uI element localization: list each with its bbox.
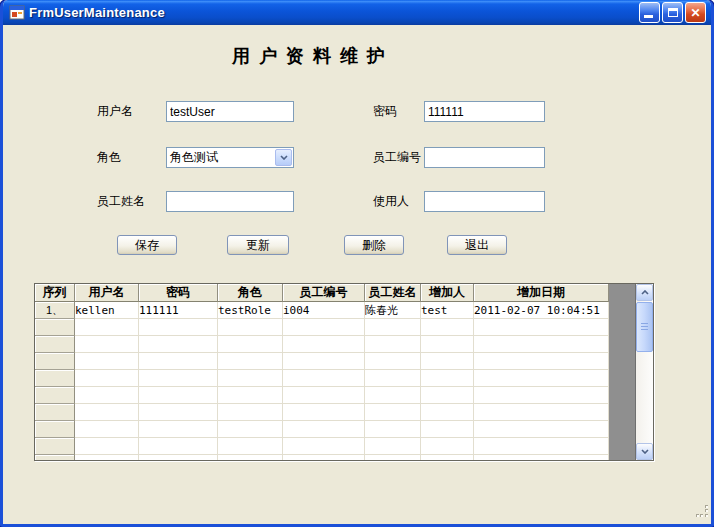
grid-row-header-cell[interactable]: 1、 xyxy=(35,302,75,319)
grid-row-header-cell[interactable] xyxy=(35,319,75,336)
scroll-up-button[interactable] xyxy=(636,284,653,301)
grid-cell[interactable] xyxy=(75,336,139,353)
grid-cell[interactable] xyxy=(365,336,421,353)
grid-cell[interactable] xyxy=(218,404,283,421)
delete-button[interactable]: 删除 xyxy=(344,235,404,255)
grid-cell[interactable] xyxy=(474,336,609,353)
scroll-down-button[interactable] xyxy=(636,443,653,460)
titlebar[interactable]: FrmUserMaintenance ✕ xyxy=(3,0,711,25)
grid-cell[interactable] xyxy=(218,421,283,438)
chevron-down-icon[interactable] xyxy=(275,149,292,166)
grid-cell[interactable] xyxy=(421,353,474,370)
grid-cell[interactable]: 111111 xyxy=(139,302,218,319)
grid-cell[interactable] xyxy=(421,370,474,387)
grid-cell[interactable] xyxy=(421,438,474,455)
username-input[interactable] xyxy=(166,101,294,122)
grid-column-header[interactable]: 角色 xyxy=(218,284,283,302)
resize-grip-icon[interactable] xyxy=(696,504,709,522)
close-button[interactable]: ✕ xyxy=(685,2,706,23)
grid-cell[interactable] xyxy=(283,404,365,421)
grid-cell[interactable] xyxy=(283,370,365,387)
scrollbar-thumb[interactable] xyxy=(636,302,653,352)
grid-cell[interactable] xyxy=(421,387,474,404)
grid-cell[interactable] xyxy=(365,421,421,438)
grid-cell[interactable] xyxy=(474,370,609,387)
grid-row-header-cell[interactable] xyxy=(35,387,75,404)
grid-cell[interactable]: kellen xyxy=(75,302,139,319)
scrollbar-track[interactable] xyxy=(636,301,653,443)
grid-cell[interactable] xyxy=(75,353,139,370)
grid-cell[interactable] xyxy=(421,319,474,336)
grid-column-header[interactable]: 增加日期 xyxy=(474,284,609,302)
grid-cell[interactable] xyxy=(139,319,218,336)
grid-cell[interactable]: i004 xyxy=(283,302,365,319)
grid-cell[interactable]: testRole xyxy=(218,302,283,319)
grid-cell[interactable] xyxy=(283,455,365,461)
grid-cell[interactable] xyxy=(474,421,609,438)
grid-cell[interactable] xyxy=(75,387,139,404)
user-person-input[interactable] xyxy=(424,191,545,212)
grid-cell[interactable] xyxy=(75,455,139,461)
grid-cell[interactable] xyxy=(75,319,139,336)
grid-cell[interactable] xyxy=(283,421,365,438)
grid-cell[interactable] xyxy=(365,387,421,404)
grid-cell[interactable] xyxy=(139,455,218,461)
password-input[interactable] xyxy=(424,101,545,122)
grid-cell[interactable] xyxy=(421,455,474,461)
exit-button[interactable]: 退出 xyxy=(447,235,507,255)
grid-cell[interactable] xyxy=(218,353,283,370)
grid-cell[interactable]: test xyxy=(421,302,474,319)
maximize-button[interactable] xyxy=(662,2,683,23)
grid-cell[interactable] xyxy=(365,319,421,336)
grid-cell[interactable] xyxy=(365,353,421,370)
role-combobox[interactable]: 角色测试 xyxy=(166,147,294,168)
grid-cell[interactable]: 2011-02-07 10:04:51 xyxy=(474,302,609,319)
save-button[interactable]: 保存 xyxy=(117,235,177,255)
vertical-scrollbar[interactable] xyxy=(636,284,653,460)
grid-cell[interactable] xyxy=(283,353,365,370)
grid-column-header[interactable]: 增加人 xyxy=(421,284,474,302)
grid-column-header[interactable]: 员工编号 xyxy=(283,284,365,302)
grid-column-header[interactable]: 用户名 xyxy=(75,284,139,302)
grid-cell[interactable] xyxy=(218,438,283,455)
grid-cell[interactable] xyxy=(474,353,609,370)
grid-cell[interactable] xyxy=(365,438,421,455)
grid-cell[interactable] xyxy=(218,336,283,353)
grid-row-header-cell[interactable] xyxy=(35,455,75,461)
grid-cell[interactable] xyxy=(75,438,139,455)
grid-column-header[interactable]: 员工姓名 xyxy=(365,284,421,302)
grid-cell[interactable] xyxy=(139,404,218,421)
grid-column-header[interactable]: 密码 xyxy=(139,284,218,302)
grid-row-header-cell[interactable] xyxy=(35,353,75,370)
employee-name-input[interactable] xyxy=(166,191,294,212)
grid-cell[interactable] xyxy=(218,319,283,336)
grid-cell[interactable] xyxy=(139,353,218,370)
grid-cell[interactable] xyxy=(283,387,365,404)
grid-cell[interactable] xyxy=(218,455,283,461)
grid-cell[interactable] xyxy=(139,370,218,387)
grid-cell[interactable] xyxy=(474,387,609,404)
grid-cell[interactable] xyxy=(421,404,474,421)
grid-cell[interactable] xyxy=(421,336,474,353)
minimize-button[interactable] xyxy=(639,2,660,23)
grid-row-header-cell[interactable] xyxy=(35,421,75,438)
grid-cell[interactable] xyxy=(139,438,218,455)
grid-cell[interactable] xyxy=(139,387,218,404)
grid-cell[interactable] xyxy=(218,370,283,387)
grid-cell[interactable] xyxy=(283,438,365,455)
grid-row-header-cell[interactable] xyxy=(35,438,75,455)
grid-cell[interactable]: 陈春光 xyxy=(365,302,421,319)
grid-cell[interactable] xyxy=(139,421,218,438)
grid-cell[interactable] xyxy=(218,387,283,404)
grid-cell[interactable] xyxy=(474,319,609,336)
grid-cell[interactable] xyxy=(474,455,609,461)
grid-cell[interactable] xyxy=(139,336,218,353)
grid-cell[interactable] xyxy=(474,438,609,455)
update-button[interactable]: 更新 xyxy=(227,235,289,255)
grid-cell[interactable] xyxy=(365,404,421,421)
grid-cell[interactable] xyxy=(283,319,365,336)
grid-row-header-cell[interactable] xyxy=(35,336,75,353)
employee-no-input[interactable] xyxy=(424,147,545,168)
grid-cell[interactable] xyxy=(365,370,421,387)
grid-cell[interactable] xyxy=(283,336,365,353)
